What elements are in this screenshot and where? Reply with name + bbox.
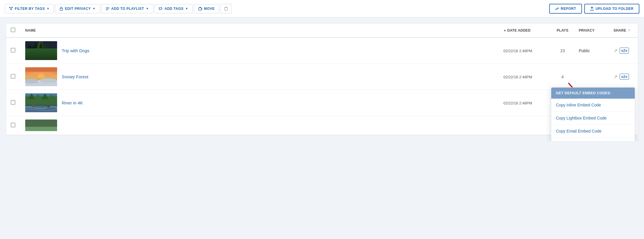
move-icon	[198, 7, 202, 10]
row1-check	[6, 37, 21, 64]
add-to-playlist-label: ADD TO PLAYLIST	[111, 7, 144, 11]
row2-thumbnail	[25, 67, 57, 86]
row2-share: ↗ </>	[609, 64, 638, 90]
row2-share-cell: ↗ </>	[614, 74, 633, 80]
date-column-header[interactable]: ▼ DATE ADDED	[499, 23, 551, 37]
svg-rect-14	[25, 57, 57, 60]
customize-embed-codes-item[interactable]: ✏️ Customize Embed Codes	[551, 138, 635, 141]
select-all-checkbox[interactable]	[11, 28, 15, 32]
copy-lightbox-embed-item[interactable]: Copy Lightbox Embed Code	[551, 112, 635, 125]
svg-point-25	[38, 74, 45, 78]
edit-privacy-button[interactable]: EDIT PRIVACY ▼	[55, 4, 100, 13]
row4-name	[21, 116, 499, 135]
row1-embed-code-button[interactable]: </>	[620, 48, 629, 54]
row4-check	[6, 116, 21, 135]
toolbar-right: REPORT UPLOAD TO FOLDER	[549, 4, 639, 14]
video-table: NAME ▼ DATE ADDED PLAYS PRIVACY SHARE ?	[6, 23, 638, 135]
row1-thumbnail-image	[25, 41, 57, 60]
report-button[interactable]: REPORT	[549, 4, 582, 14]
toolbar: FILTER BY TAGS ▼ EDIT PRIVACY ▼ ADD TO P…	[0, 0, 644, 17]
row2-name: Snowy Forest	[21, 64, 499, 90]
row2-checkbox[interactable]	[11, 74, 15, 79]
report-label: REPORT	[561, 7, 576, 11]
row1-name: Trip with Dogs	[21, 37, 499, 64]
row2-date: 02/22/18 2:48PM	[499, 64, 551, 90]
row2-privacy	[574, 64, 609, 90]
embed-dropdown: GET DEFAULT EMBED CODES: Copy Inline Emb…	[551, 87, 635, 141]
table-header: NAME ▼ DATE ADDED PLAYS PRIVACY SHARE ?	[6, 23, 638, 37]
report-icon	[555, 7, 559, 11]
row1-external-link-icon[interactable]: ↗	[614, 48, 617, 53]
svg-point-24	[40, 78, 57, 83]
edit-privacy-label: EDIT PRIVACY	[65, 7, 91, 11]
lock-icon	[59, 7, 63, 11]
add-tags-label: ADD TAGS	[165, 7, 184, 11]
row2-check	[6, 64, 21, 90]
privacy-column-header: PRIVACY	[574, 23, 609, 37]
row4-checkbox[interactable]	[11, 123, 15, 127]
add-to-playlist-button[interactable]: ADD TO PLAYLIST ▼	[101, 4, 153, 13]
row3-checkbox[interactable]	[11, 100, 15, 105]
svg-point-34	[32, 105, 36, 107]
svg-rect-19	[25, 67, 57, 72]
row4-thumbnail-image	[25, 119, 57, 131]
row1-plays: 23	[551, 37, 574, 64]
row2-title[interactable]: Snowy Forest	[62, 74, 88, 79]
name-column-header: NAME	[21, 23, 499, 37]
row1-share-cell: ↗ </>	[614, 48, 633, 54]
upload-label: UPLOAD TO FOLDER	[596, 7, 634, 11]
plays-column-header: PLAYS	[551, 23, 574, 37]
filter-by-tags-button[interactable]: FILTER BY TAGS ▼	[5, 4, 54, 13]
row1-title[interactable]: Trip with Dogs	[62, 48, 89, 53]
table-row: Trip with Dogs 02/22/18 2:48PM 23 Public…	[6, 37, 638, 64]
share-help-icon[interactable]: ?	[628, 29, 630, 32]
copy-inline-embed-item[interactable]: Copy Inline Embed Code	[551, 99, 635, 112]
table-row	[6, 116, 638, 135]
row2-embed-code-button[interactable]: </>	[620, 74, 629, 80]
chevron-down-icon: ▼	[47, 7, 50, 10]
row4-date	[499, 116, 551, 135]
row3-name: River in 4K	[21, 90, 499, 116]
row1-thumbnail	[25, 41, 57, 60]
svg-rect-0	[60, 8, 63, 10]
chevron-down-icon3: ▼	[146, 7, 149, 10]
row1-share: ↗ </>	[609, 37, 638, 64]
row1-checkbox[interactable]	[11, 48, 15, 52]
svg-rect-38	[25, 127, 57, 131]
copy-email-embed-item[interactable]: Copy Email Embed Code	[551, 125, 635, 138]
filter-label: FILTER BY TAGS	[15, 7, 45, 11]
table-row: Snowy Forest 02/22/18 2:48PM 4 ↗ </>	[6, 64, 638, 90]
row1-privacy: Public	[574, 37, 609, 64]
video-table-container: NAME ▼ DATE ADDED PLAYS PRIVACY SHARE ?	[6, 23, 638, 135]
sort-arrow: ▼	[503, 29, 507, 32]
chevron-down-icon4: ▼	[185, 7, 188, 10]
row1-date: 02/22/18 2:48PM	[499, 37, 551, 64]
move-button[interactable]: MOVE	[194, 4, 219, 13]
upload-to-folder-button[interactable]: UPLOAD TO FOLDER	[584, 4, 639, 14]
svg-rect-6	[199, 8, 201, 10]
row2-external-link-icon[interactable]: ↗	[614, 74, 617, 79]
row3-title[interactable]: River in 4K	[62, 100, 83, 105]
playlist-icon	[105, 7, 110, 10]
add-tags-button[interactable]: ADD TAGS ▼	[154, 4, 193, 13]
table-body: Trip with Dogs 02/22/18 2:48PM 23 Public…	[6, 37, 638, 135]
tag-icon	[159, 7, 163, 10]
row4-thumbnail	[25, 119, 57, 131]
trash-icon	[224, 6, 228, 11]
delete-button[interactable]	[220, 4, 232, 14]
select-all-header	[6, 23, 21, 37]
filter-icon	[9, 7, 13, 11]
share-column-header: SHARE ?	[609, 23, 638, 37]
svg-point-35	[47, 106, 50, 108]
svg-rect-4	[159, 8, 162, 10]
row3-thumbnail-image	[25, 93, 57, 112]
row3-date: 02/22/18 2:48PM	[499, 90, 551, 116]
svg-point-5	[160, 8, 160, 9]
row2-plays: 4	[551, 64, 574, 90]
svg-rect-8	[25, 50, 57, 60]
table-row: River in 4K 02/22/18 2:48PM 9 ↗ </>	[6, 90, 638, 116]
upload-icon	[590, 7, 594, 11]
move-label: MOVE	[204, 7, 215, 11]
embed-dropdown-header: GET DEFAULT EMBED CODES:	[551, 88, 635, 99]
chevron-down-icon2: ▼	[92, 7, 95, 10]
